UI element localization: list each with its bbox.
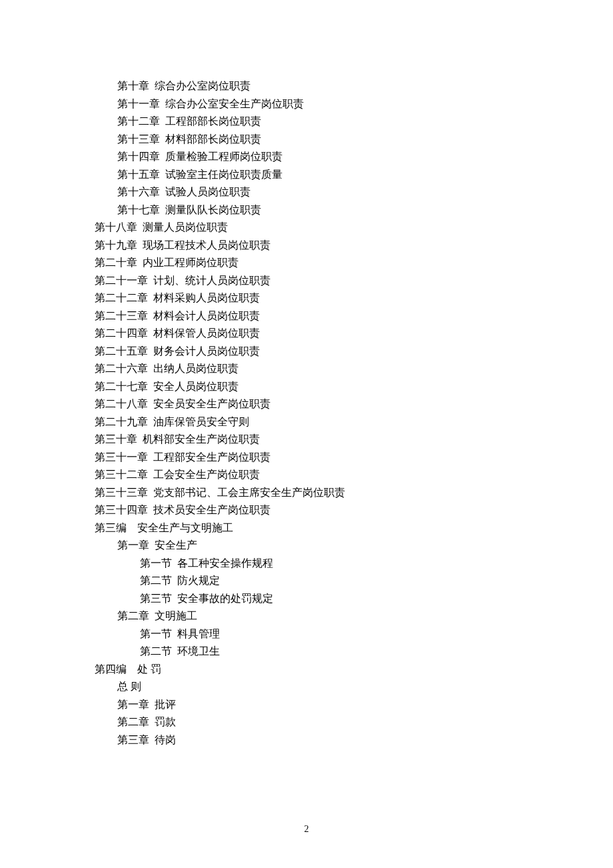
toc-line: 第三编 安全生产与文明施工 <box>95 519 533 537</box>
toc-line: 第二十四章 材料保管人员岗位职责 <box>95 325 533 343</box>
toc-line: 第二十三章 材料会计人员岗位职责 <box>95 307 533 325</box>
toc-line: 第二节 环境卫生 <box>95 643 533 661</box>
toc-line: 第二章 罚款 <box>95 713 533 731</box>
toc-line: 第十一章 综合办公室安全生产岗位职责 <box>95 95 533 113</box>
toc-line: 第二十八章 安全员安全生产岗位职责 <box>95 395 533 413</box>
toc-line: 第三十一章 工程部安全生产岗位职责 <box>95 449 533 467</box>
toc-line: 第二十七章 安全人员岗位职责 <box>95 378 533 396</box>
toc-line: 第三章 待岗 <box>95 731 533 749</box>
toc-line: 第二十五章 财务会计人员岗位职责 <box>95 343 533 361</box>
toc-line: 第十三章 材料部部长岗位职责 <box>95 131 533 149</box>
toc-line: 第三节 安全事故的处罚规定 <box>95 590 533 608</box>
toc-line: 第十七章 测量队队长岗位职责 <box>95 201 533 219</box>
toc-line: 总 则 <box>95 678 533 696</box>
toc-line: 第三十三章 党支部书记、工会主席安全生产岗位职责 <box>95 484 533 502</box>
toc-line: 第三十章 机料部安全生产岗位职责 <box>95 431 533 449</box>
toc-line: 第十二章 工程部部长岗位职责 <box>95 113 533 131</box>
toc-line: 第二十六章 出纳人员岗位职责 <box>95 360 533 378</box>
toc-line: 第二节 防火规定 <box>95 572 533 590</box>
toc-line: 第二章 文明施工 <box>95 607 533 625</box>
toc-content: 第十章 综合办公室岗位职责第十一章 综合办公室安全生产岗位职责第十二章 工程部部… <box>0 0 613 749</box>
toc-line: 第三十二章 工会安全生产岗位职责 <box>95 466 533 484</box>
toc-line: 第一章 安全生产 <box>95 537 533 555</box>
toc-line: 第四编 处 罚 <box>95 661 533 679</box>
toc-line: 第三十四章 技术员安全生产岗位职责 <box>95 501 533 519</box>
toc-line: 第十九章 现场工程技术人员岗位职责 <box>95 237 533 255</box>
toc-line: 第二十一章 计划、统计人员岗位职责 <box>95 272 533 290</box>
toc-line: 第十六章 试验人员岗位职责 <box>95 183 533 201</box>
toc-line: 第一章 批评 <box>95 696 533 714</box>
toc-line: 第十八章 测量人员岗位职责 <box>95 219 533 237</box>
toc-line: 第十章 综合办公室岗位职责 <box>95 77 533 95</box>
toc-line: 第一节 料具管理 <box>95 625 533 643</box>
page-number: 2 <box>0 824 613 835</box>
toc-line: 第十五章 试验室主任岗位职责质量 <box>95 166 533 184</box>
toc-line: 第一节 各工种安全操作规程 <box>95 555 533 573</box>
toc-line: 第二十二章 材料采购人员岗位职责 <box>95 289 533 307</box>
toc-line: 第十四章 质量检验工程师岗位职责 <box>95 148 533 166</box>
toc-line: 第二十九章 油库保管员安全守则 <box>95 413 533 431</box>
toc-line: 第二十章 内业工程师岗位职责 <box>95 254 533 272</box>
